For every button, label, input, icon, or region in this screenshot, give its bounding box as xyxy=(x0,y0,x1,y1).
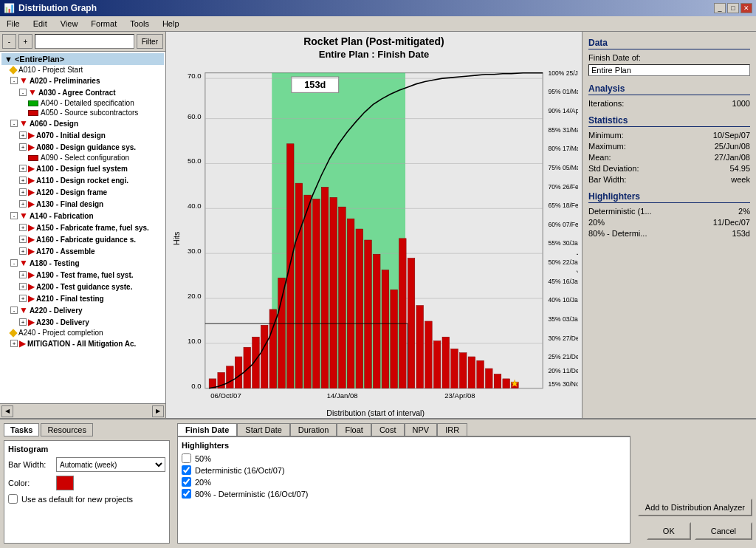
highlighter-50: 50% xyxy=(182,453,626,463)
list-item[interactable]: + ▶ A070 - Initial design xyxy=(1,129,164,141)
tree-collapse-btn[interactable]: - xyxy=(2,34,16,49)
folder-icon: ▶ xyxy=(28,130,35,140)
tree-filter-button[interactable]: Filter xyxy=(137,34,163,49)
scroll-left-btn[interactable]: ◀ xyxy=(1,405,13,417)
highlighter-50-checkbox[interactable] xyxy=(182,453,191,463)
list-item[interactable]: A040 - Detailed specification xyxy=(1,98,164,108)
tab-cost[interactable]: Cost xyxy=(371,423,405,436)
tab-duration[interactable]: Duration xyxy=(290,423,337,436)
mean-label: Mean: xyxy=(588,153,611,162)
pct20-value: 11/Dec/07 xyxy=(713,218,750,227)
menu-bar: File Edit View Format Tools Help xyxy=(0,16,756,32)
list-item[interactable]: A010 - Project Start xyxy=(1,65,164,75)
list-item[interactable]: + ▶ A120 - Design frame xyxy=(1,186,164,198)
tab-resources[interactable]: Resources xyxy=(41,423,93,436)
tab-finish-date[interactable]: Finish Date xyxy=(177,423,237,436)
folder-icon: ▶ xyxy=(28,281,35,292)
folder-icon: ▼ xyxy=(19,118,28,129)
list-item[interactable]: + ▶ A200 - Test guidance syste. xyxy=(1,281,164,292)
list-item[interactable]: + ▶ A150 - Fabricate frame, fuel sys. xyxy=(1,222,164,233)
default-checkbox[interactable] xyxy=(8,494,18,504)
svg-text:50% 22/Jan/08: 50% 22/Jan/08 xyxy=(549,258,578,266)
chart-wrapper: 153d 0.0 10.0 20.0 30.0 40.0 50.0 60.0 7… xyxy=(166,61,582,418)
list-item[interactable]: + ▶ A170 - Assemble xyxy=(1,245,164,257)
list-item[interactable]: + ▶ A110 - Design rocket engi. xyxy=(1,174,164,186)
menu-view[interactable]: View xyxy=(58,18,81,30)
list-item[interactable]: - ▼ A060 - Design xyxy=(1,117,164,129)
list-item[interactable]: + ▶ A190 - Test frame, fuel syst. xyxy=(1,269,164,281)
svg-text:Cumulative Frequency: Cumulative Frequency xyxy=(577,203,578,274)
expand-icon[interactable]: - xyxy=(10,306,18,314)
maximize-button[interactable]: □ xyxy=(727,3,739,13)
expand-icon[interactable]: + xyxy=(19,318,27,326)
tab-start-date[interactable]: Start Date xyxy=(237,423,290,436)
expand-icon[interactable]: - xyxy=(10,77,18,84)
list-item[interactable]: - ▼ A220 - Delivery xyxy=(1,304,164,316)
list-item[interactable]: - ▼ A140 - Fabrication xyxy=(1,210,164,222)
minimize-button[interactable]: _ xyxy=(714,3,726,13)
list-item[interactable]: A090 - Select configuration xyxy=(1,153,164,162)
add-to-distribution-analyzer-button[interactable]: Add to Distribution Analyzer xyxy=(638,499,752,516)
tab-npv[interactable]: NPV xyxy=(405,423,438,436)
highlighter-deterministic-checkbox[interactable] xyxy=(182,465,191,475)
bar-width-row: Bar Width: Automatic (week) Day Week Mon… xyxy=(8,457,165,472)
list-item[interactable]: + ▶ A210 - Final testing xyxy=(1,292,164,304)
list-item[interactable]: + ▶ MITIGATION - All Mitigation Ac. xyxy=(1,338,164,349)
list-item[interactable]: + ▶ A080 - Design guidance sys. xyxy=(1,141,164,153)
menu-help[interactable]: Help xyxy=(159,18,182,30)
scroll-right-btn[interactable]: ▶ xyxy=(152,405,164,417)
close-button[interactable]: ✕ xyxy=(740,3,752,13)
pct80-label: 80% - Determi... xyxy=(588,229,647,238)
list-item[interactable]: - ▼ A030 - Agree Contract xyxy=(1,86,164,98)
expand-icon[interactable]: - xyxy=(10,259,18,267)
top-section: - + Filter ▼ <EntirePlan> A010 - Project… xyxy=(0,32,756,418)
menu-format[interactable]: Format xyxy=(88,18,120,30)
expand-icon[interactable]: + xyxy=(19,236,27,243)
svg-text:70.0: 70.0 xyxy=(188,72,202,80)
expand-icon[interactable]: + xyxy=(19,188,27,196)
tree-filter-input[interactable] xyxy=(35,34,134,49)
expand-icon[interactable]: + xyxy=(19,283,27,290)
cancel-button[interactable]: Cancel xyxy=(695,522,752,540)
tree-root-item[interactable]: ▼ <EntirePlan> xyxy=(1,53,164,65)
list-item[interactable]: + ▶ A100 - Design fuel system xyxy=(1,162,164,174)
menu-edit[interactable]: Edit xyxy=(30,18,50,30)
color-picker[interactable] xyxy=(56,476,74,490)
maximum-row: Maximum: 25/Jun/08 xyxy=(588,142,750,151)
expand-icon[interactable]: + xyxy=(19,271,27,278)
highlighter-80-deterministic-checkbox[interactable] xyxy=(182,489,191,499)
highlighter-20-checkbox[interactable] xyxy=(182,477,191,487)
tree-expand-btn[interactable]: + xyxy=(18,34,32,49)
expand-icon[interactable]: + xyxy=(19,247,27,255)
list-item[interactable]: - ▼ A020 - Preliminaries xyxy=(1,75,164,86)
expand-icon[interactable]: + xyxy=(19,224,27,231)
tab-irr[interactable]: IRR xyxy=(437,423,467,436)
ok-button[interactable]: OK xyxy=(647,522,691,540)
expand-icon[interactable]: + xyxy=(19,177,27,184)
expand-icon[interactable]: - xyxy=(19,89,27,96)
maximum-label: Maximum: xyxy=(588,142,626,151)
menu-file[interactable]: File xyxy=(4,18,23,30)
color-row: Color: xyxy=(8,476,165,490)
list-item[interactable]: + ▶ A230 - Delivery xyxy=(1,316,164,328)
list-item[interactable]: + ▶ A160 - Fabricate guidance s. xyxy=(1,233,164,245)
expand-icon[interactable]: + xyxy=(19,200,27,208)
list-item[interactable]: A050 - Source subcontractors xyxy=(1,108,164,117)
list-item[interactable]: - ▼ A180 - Testing xyxy=(1,257,164,269)
expand-icon[interactable]: + xyxy=(10,340,18,347)
expand-icon[interactable]: + xyxy=(19,295,27,302)
tab-float[interactable]: Float xyxy=(337,423,371,436)
expand-icon[interactable]: + xyxy=(19,143,27,151)
svg-text:Hits: Hits xyxy=(172,232,181,245)
bar-width-select[interactable]: Automatic (week) Day Week Month xyxy=(56,457,165,472)
tab-tasks[interactable]: Tasks xyxy=(4,423,39,436)
expand-icon[interactable]: + xyxy=(19,165,27,172)
expand-icon[interactable]: + xyxy=(19,131,27,139)
svg-text:50.0: 50.0 xyxy=(188,157,202,165)
expand-icon[interactable]: - xyxy=(10,120,18,127)
expand-icon[interactable]: - xyxy=(10,212,18,219)
pct80-value: 153d xyxy=(732,229,750,238)
list-item[interactable]: A240 - Project completion xyxy=(1,328,164,338)
menu-tools[interactable]: Tools xyxy=(127,18,152,30)
list-item[interactable]: + ▶ A130 - Final design xyxy=(1,198,164,210)
